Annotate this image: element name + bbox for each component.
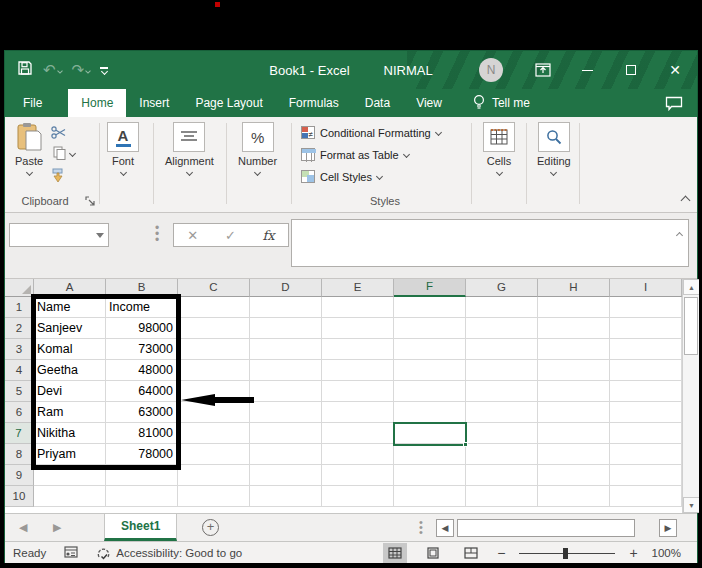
avatar[interactable]: N [479,58,503,82]
cell-E8[interactable] [322,444,394,465]
cell-I2[interactable] [610,318,682,339]
clipboard-dialog-launcher-icon[interactable] [85,196,97,208]
formula-bar-resize-handle[interactable]: ••• [155,225,159,243]
zoom-level[interactable]: 100% [652,547,681,559]
cell-G10[interactable] [466,486,538,507]
zoom-slider-thumb[interactable] [563,548,568,559]
cell-C9[interactable] [178,465,250,486]
macro-record-icon[interactable] [64,546,78,560]
cell-D1[interactable] [250,297,322,318]
redo-button[interactable]: ↷ [72,61,91,79]
tab-data[interactable]: Data [352,89,403,117]
cell-H5[interactable] [538,381,610,402]
format-painter-button[interactable] [51,168,66,183]
cell-F6[interactable] [394,402,466,423]
cell-E6[interactable] [322,402,394,423]
name-box[interactable] [9,223,109,247]
zoom-slider[interactable] [519,553,615,554]
cell-D2[interactable] [250,318,322,339]
cell-F3[interactable] [394,339,466,360]
cell-G5[interactable] [466,381,538,402]
sheet-tab-sheet1[interactable]: Sheet1 [104,514,177,541]
cell-C4[interactable] [178,360,250,381]
cell-I4[interactable] [610,360,682,381]
active-cell-selection-F7[interactable] [393,422,467,446]
cell-F8[interactable] [394,444,466,465]
cell-E5[interactable] [322,381,394,402]
font-group-button[interactable]: A Font [107,122,139,175]
cell-G9[interactable] [466,465,538,486]
user-name[interactable]: NIRMAL [384,63,433,78]
column-header-I[interactable]: I [610,279,682,297]
cell-G6[interactable] [466,402,538,423]
cell-D8[interactable] [250,444,322,465]
column-header-C[interactable]: C [178,279,250,297]
scroll-down-arrow-icon[interactable]: ▼ [683,497,699,513]
cell-E7[interactable] [322,423,394,444]
cell-B10[interactable] [106,486,178,507]
cancel-formula-icon[interactable]: ✕ [187,228,198,243]
cell-E3[interactable] [322,339,394,360]
horizontal-scroll-thumb[interactable] [457,519,635,537]
horizontal-scrollbar[interactable] [454,519,657,537]
view-page-break-icon[interactable] [459,543,483,563]
tab-insert[interactable]: Insert [126,89,182,117]
number-group-button[interactable]: % Number [238,122,277,175]
cell-C7[interactable] [178,423,250,444]
row-header-2[interactable]: 2 [5,318,34,339]
cell-I10[interactable] [610,486,682,507]
cut-button[interactable] [51,126,66,139]
cell-I3[interactable] [610,339,682,360]
cell-H7[interactable] [538,423,610,444]
conditional-formatting-button[interactable]: ≠ Conditional Formatting [301,126,441,139]
tab-view[interactable]: View [403,89,455,117]
cell-F10[interactable] [394,486,466,507]
cell-I7[interactable] [610,423,682,444]
cell-F5[interactable] [394,381,466,402]
column-header-G[interactable]: G [466,279,538,297]
tab-home[interactable]: Home [68,89,126,117]
cell-I1[interactable] [610,297,682,318]
row-header-7[interactable]: 7 [5,423,34,444]
row-header-1[interactable]: 1 [5,297,34,318]
cell-H6[interactable] [538,402,610,423]
copy-button[interactable] [53,146,75,160]
cell-E9[interactable] [322,465,394,486]
cell-G7[interactable] [466,423,538,444]
hscroll-right-arrow-icon[interactable]: ▶ [659,519,677,537]
feedback-comment-icon[interactable] [665,89,697,117]
cell-G4[interactable] [466,360,538,381]
row-header-9[interactable]: 9 [5,465,34,486]
cell-C3[interactable] [178,339,250,360]
tab-formulas[interactable]: Formulas [276,89,352,117]
collapse-ribbon-chevron-icon[interactable] [682,194,689,206]
sheet-nav-right-icon[interactable]: ▶ [53,521,61,534]
cell-D7[interactable] [250,423,322,444]
cell-C8[interactable] [178,444,250,465]
zoom-out-button[interactable]: − [497,546,505,560]
status-mode[interactable]: Ready [13,547,46,559]
maximize-button[interactable] [609,51,653,89]
editing-group-button[interactable]: Editing [537,122,571,175]
paste-button[interactable]: Paste [15,122,43,175]
ribbon-display-options-icon[interactable] [521,51,565,89]
customize-quick-access-icon[interactable] [100,67,108,74]
column-header-D[interactable]: D [250,279,322,297]
cell-D10[interactable] [250,486,322,507]
select-all-corner[interactable] [5,279,34,297]
cell-G1[interactable] [466,297,538,318]
cell-I5[interactable] [610,381,682,402]
column-header-F[interactable]: F [394,279,466,297]
cell-C10[interactable] [178,486,250,507]
fill-handle[interactable] [463,442,468,447]
cell-I8[interactable] [610,444,682,465]
enter-formula-icon[interactable]: ✓ [225,228,236,243]
format-as-table-button[interactable]: Format as Table [301,148,409,161]
row-header-3[interactable]: 3 [5,339,34,360]
hscroll-left-arrow-icon[interactable]: ◀ [436,519,454,537]
minimize-button[interactable] [565,51,609,89]
row-header-5[interactable]: 5 [5,381,34,402]
cell-G2[interactable] [466,318,538,339]
name-box-dropdown-icon[interactable] [96,233,104,238]
insert-function-icon[interactable]: fx [262,228,274,243]
